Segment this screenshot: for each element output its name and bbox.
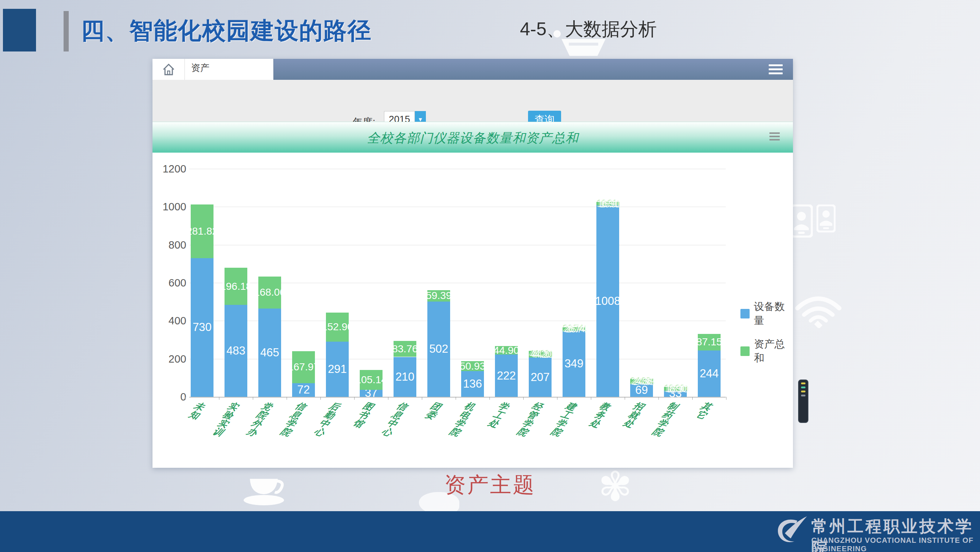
y-axis-tick-label: 200 bbox=[159, 353, 186, 365]
x-axis-tick bbox=[692, 397, 693, 400]
gridline bbox=[189, 207, 726, 207]
x-axis-category-label: 招就处 bbox=[621, 400, 646, 429]
x-axis-category-label: 团委 bbox=[423, 400, 444, 421]
tab-assets[interactable]: 资产 bbox=[185, 59, 274, 80]
legend-item[interactable]: 设备数量 bbox=[740, 300, 793, 328]
device-count-label: 730 bbox=[192, 321, 212, 334]
bar-segment-device: 37 bbox=[360, 390, 382, 397]
x-axis-category-label: 实验实训 bbox=[210, 400, 241, 438]
menu-hamburger-icon[interactable] bbox=[769, 64, 783, 77]
x-axis-tick bbox=[219, 397, 220, 400]
legend-label: 资产总和 bbox=[754, 337, 793, 365]
bar-segment-device: 465 bbox=[258, 308, 281, 397]
x-axis-tick bbox=[557, 397, 557, 400]
bar-segment-device: 210 bbox=[393, 357, 416, 397]
device-count-label: 502 bbox=[429, 342, 448, 356]
device-count-label: 244 bbox=[700, 367, 719, 380]
x-axis-tick bbox=[523, 397, 523, 400]
header-accent-square bbox=[3, 9, 36, 51]
x-axis-tick bbox=[354, 397, 355, 400]
device-count-label: 222 bbox=[497, 369, 516, 383]
device-count-label: 483 bbox=[226, 344, 245, 357]
bar-segment-device: 207 bbox=[529, 357, 552, 397]
wifi-watermark-icon bbox=[794, 294, 842, 328]
bar-segment-asset: 152.90 bbox=[326, 313, 349, 341]
chart-legend: 设备数量资产总和 bbox=[740, 300, 793, 375]
bar-segment-device: 222 bbox=[495, 354, 518, 397]
x-axis-tick bbox=[422, 397, 422, 400]
chart-title: 全校各部门仪器设备数量和资产总和 bbox=[153, 129, 793, 147]
bar-segment-asset: 281.82 bbox=[191, 204, 213, 258]
x-axis-category-label: 学工处 bbox=[486, 400, 511, 429]
gridline bbox=[189, 397, 726, 397]
bar-segment-asset: 83.76 bbox=[393, 341, 416, 357]
bar-segment-asset: 44.20 bbox=[529, 351, 552, 357]
asset-sum-label: 87.15 bbox=[696, 336, 722, 348]
asset-sum-label: 105.14 bbox=[355, 374, 387, 386]
legend-item[interactable]: 资产总和 bbox=[740, 337, 793, 365]
school-logo-icon bbox=[775, 514, 808, 549]
app-topbar: 资产 bbox=[153, 59, 793, 80]
bar-segment-device: 483 bbox=[224, 305, 247, 397]
bar-segment-device: 136 bbox=[461, 371, 484, 397]
asset-sum-label: 168.06 bbox=[254, 287, 285, 298]
bar-segment-asset: 18.90 bbox=[664, 387, 687, 391]
gridline bbox=[189, 245, 726, 245]
x-axis-tick bbox=[456, 397, 456, 400]
bar-segment-device: 502 bbox=[427, 302, 450, 397]
y-axis-tick-label: 1000 bbox=[159, 201, 186, 213]
app-window: 资产 年度: 2015 ▼ 查询 ▲ 全校各部门仪器设备数量和资产总和 设备数量… bbox=[153, 59, 793, 468]
x-axis-category-label: 图书馆 bbox=[350, 400, 376, 429]
chart-menu-icon[interactable] bbox=[770, 132, 780, 142]
bar-segment-device: 349 bbox=[563, 330, 585, 397]
chart-plot: 设备数量资产总和 020040060080010001200730281.82未… bbox=[153, 153, 793, 468]
school-name-en: CHANGZHOU VOCATIONAL INSTITUTE OF ENGINE… bbox=[811, 536, 980, 552]
bar-segment-asset: 44.90 bbox=[495, 346, 518, 354]
legend-label: 设备数量 bbox=[754, 300, 793, 328]
asset-sum-label: 167.97 bbox=[288, 361, 319, 373]
bar-segment-asset: 196.18 bbox=[224, 268, 247, 305]
slide: 四、智能化校园建设的路径 4-5、大数据分析 ✾ bbox=[0, 0, 980, 552]
x-axis-category-label: 经管学院 bbox=[515, 400, 545, 438]
bar-segment-device: 291 bbox=[326, 341, 349, 397]
y-axis-tick-label: 600 bbox=[159, 277, 186, 289]
legend-swatch bbox=[740, 346, 749, 356]
x-axis-category-label: 信息中心 bbox=[380, 400, 410, 438]
bar-segment-asset: 16.91 bbox=[597, 202, 619, 205]
gridline bbox=[189, 169, 726, 169]
y-axis-tick-label: 0 bbox=[159, 391, 186, 403]
x-axis-tick bbox=[185, 397, 186, 400]
device-count-label: 72 bbox=[297, 383, 310, 396]
asset-sum-label: 59.39 bbox=[426, 290, 452, 302]
id-card-watermark-icons bbox=[790, 204, 835, 238]
bar-segment-device: 72 bbox=[292, 383, 315, 397]
chart-panel-header: 全校各部门仪器设备数量和资产总和 bbox=[153, 122, 793, 153]
asset-sum-label: 281.82 bbox=[186, 225, 218, 237]
x-axis-tick bbox=[490, 397, 490, 400]
x-axis-tick bbox=[286, 397, 287, 400]
tab-strip: 资产 bbox=[153, 59, 274, 80]
x-axis-category-label: 制药学院 bbox=[650, 400, 680, 438]
x-axis-category-label: 建工学院 bbox=[549, 400, 579, 438]
home-tab[interactable] bbox=[153, 59, 185, 80]
x-axis-category-label: 信息学院 bbox=[278, 400, 308, 438]
footer-bar: 常州工程职业技术学院 CHANGZHOU VOCATIONAL INSTITUT… bbox=[0, 511, 980, 552]
x-axis-category-label: 未知 bbox=[187, 400, 207, 421]
bar-segment-device: 1008 bbox=[597, 205, 619, 397]
header-accent-bar bbox=[64, 11, 69, 51]
slide-title: 四、智能化校园建设的路径 bbox=[81, 15, 372, 47]
device-count-label: 1008 bbox=[595, 295, 620, 308]
bar-segment-device: 730 bbox=[191, 258, 213, 397]
asset-sum-label: 196.18 bbox=[220, 281, 252, 292]
asset-sum-label: 26.74 bbox=[564, 323, 584, 335]
y-axis-tick-label: 400 bbox=[159, 315, 186, 327]
device-count-label: 291 bbox=[328, 362, 347, 376]
bar-segment-asset: 167.97 bbox=[292, 351, 315, 383]
device-count-label: 136 bbox=[463, 377, 482, 391]
asset-sum-label: 44.20 bbox=[530, 348, 550, 360]
device-count-label: 207 bbox=[531, 371, 550, 384]
asset-sum-label: 50.93 bbox=[460, 361, 485, 372]
y-axis-tick-label: 1200 bbox=[159, 163, 186, 175]
asset-sum-label: 24.88 bbox=[631, 375, 652, 387]
device-watermark bbox=[798, 380, 808, 423]
